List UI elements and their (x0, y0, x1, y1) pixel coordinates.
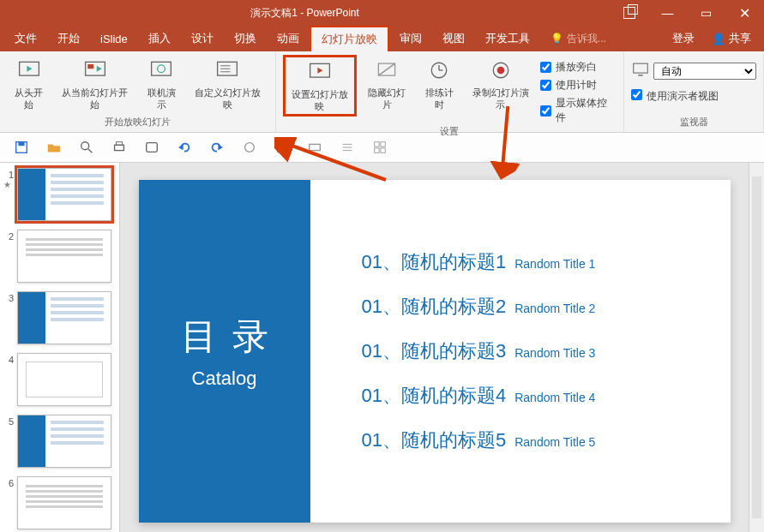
svg-marker-12 (317, 68, 322, 74)
save-button[interactable] (14, 140, 29, 155)
thumb-slide-2[interactable] (17, 230, 111, 283)
qat-btn-c[interactable] (307, 140, 322, 155)
qat-btn-b[interactable] (274, 140, 290, 155)
from-start-button[interactable]: 从头开始 (7, 55, 51, 113)
custom-show-button[interactable]: 自定义幻灯片放映 (187, 55, 268, 113)
redo-button[interactable] (209, 140, 225, 155)
thumb-slide-6[interactable] (17, 476, 111, 529)
show-media-check[interactable]: 显示媒体控件 (540, 96, 617, 125)
thumb-slide-1[interactable] (17, 168, 111, 221)
tab-slideshow[interactable]: 幻灯片放映 (310, 26, 389, 51)
current-slide[interactable]: 目录 Catalog 01、随机的标题1Random Title 1 01、随机… (139, 180, 731, 523)
rehearse-icon (425, 57, 453, 84)
slide-item-zh: 01、随机的标题4 (362, 383, 507, 409)
present-online-icon (147, 57, 175, 84)
minimize-button[interactable]: — (648, 0, 687, 26)
thumb-slide-5[interactable] (17, 415, 111, 468)
tab-design[interactable]: 设计 (181, 26, 224, 51)
animation-star-icon: ★ (3, 180, 14, 189)
use-presenter-check[interactable]: 使用演示者视图 (631, 89, 756, 104)
thumb-number: 1 (3, 168, 14, 180)
thumb-number: 5 (3, 415, 14, 427)
tab-home[interactable]: 开始 (47, 26, 90, 51)
play-narration-checkbox[interactable] (540, 62, 551, 73)
login-button[interactable]: 登录 (664, 31, 703, 46)
menu-bar: 文件 开始 iSlide 插入 设计 切换 动画 幻灯片放映 审阅 视图 开发工… (0, 26, 764, 51)
rehearse-button[interactable]: 排练计时 (417, 55, 461, 113)
touch-button[interactable] (144, 140, 159, 155)
svg-line-25 (88, 149, 93, 153)
slide-item: 01、随机的标题1Random Title 1 (362, 249, 731, 275)
slide-item: 01、随机的标题5Random Title 5 (362, 427, 731, 453)
slide-item-en: Random Title 4 (514, 391, 595, 404)
tab-animation[interactable]: 动画 (267, 26, 310, 51)
monitor-icon (631, 60, 650, 82)
svg-point-24 (81, 142, 89, 150)
tell-me-input[interactable]: 💡 告诉我... (540, 26, 617, 51)
slide-item-en: Random Title 1 (514, 257, 595, 271)
close-button[interactable]: ✕ (725, 0, 764, 26)
open-button[interactable] (46, 140, 62, 155)
undo-button[interactable] (177, 140, 192, 155)
slide-item-zh: 01、随机的标题1 (362, 249, 507, 275)
slide-title-en: Catalog (192, 368, 257, 390)
thumb-number: 2 (3, 230, 14, 242)
thumb-slide-3[interactable] (17, 291, 111, 344)
play-from-start-icon (15, 57, 43, 84)
svg-rect-33 (310, 144, 321, 150)
svg-rect-32 (278, 143, 287, 152)
share-button[interactable]: 👤 共享 (703, 31, 760, 46)
setup-show-button[interactable]: 设置幻灯片放映 (283, 55, 357, 117)
ribbon-options-icon[interactable] (610, 0, 648, 26)
thumbnail-panel[interactable]: 1 ★ 2 3 4 5 6 (0, 163, 120, 532)
from-current-button[interactable]: 从当前幻灯片开始 (54, 55, 135, 113)
share-label: 共享 (729, 31, 751, 46)
find-button[interactable] (79, 140, 94, 155)
ribbon: 从头开始 从当前幻灯片开始 联机演示 自定义幻灯片放映 开始放映幻灯片 设置幻灯… (0, 51, 764, 133)
monitor-select[interactable]: 自动 (653, 63, 756, 80)
group-setup-label: 设置 (283, 125, 617, 140)
thumb-slide-4[interactable] (17, 353, 111, 406)
vertical-scrollbar[interactable] (749, 163, 764, 532)
play-narration-check[interactable]: 播放旁白 (540, 60, 617, 75)
title-bar: 演示文稿1 - PowerPoint — ▭ ✕ (0, 0, 764, 26)
record-button[interactable]: 录制幻灯片演示 (465, 55, 537, 113)
svg-marker-4 (97, 66, 102, 72)
tab-develop[interactable]: 开发工具 (475, 26, 540, 51)
ribbon-group-setup: 设置幻灯片放映 隐藏幻灯片 排练计时 录制幻灯片演示 播放旁白 使用计时 显示媒… (276, 51, 624, 132)
tab-review[interactable]: 审阅 (389, 26, 432, 51)
use-timings-check[interactable]: 使用计时 (540, 78, 617, 93)
svg-rect-5 (152, 62, 171, 75)
ribbon-group-start: 从头开始 从当前幻灯片开始 联机演示 自定义幻灯片放映 开始放映幻灯片 (0, 51, 276, 132)
slide-item: 01、随机的标题4Random Title 4 (362, 383, 731, 409)
present-online-label: 联机演示 (142, 87, 179, 111)
svg-rect-28 (147, 143, 158, 152)
from-current-label: 从当前幻灯片开始 (57, 87, 132, 111)
slide-canvas[interactable]: 目录 Catalog 01、随机的标题1Random Title 1 01、随机… (120, 163, 749, 532)
slide-item-en: Random Title 3 (514, 346, 595, 360)
qat-btn-e[interactable] (372, 140, 388, 155)
setup-show-icon (306, 58, 334, 86)
use-timings-checkbox[interactable] (540, 80, 551, 91)
slide-item-zh: 01、随机的标题3 (362, 338, 507, 364)
qat-btn-a[interactable] (242, 140, 257, 155)
show-media-checkbox[interactable] (540, 105, 551, 117)
slide-left-panel: 目录 Catalog (139, 180, 310, 523)
hide-slide-button[interactable]: 隐藏幻灯片 (360, 55, 413, 113)
present-online-button[interactable]: 联机演示 (139, 55, 183, 113)
svg-rect-23 (18, 142, 24, 146)
thumb-number: 4 (3, 353, 14, 365)
tab-insert[interactable]: 插入 (138, 26, 181, 51)
svg-rect-37 (375, 142, 379, 146)
slide-item-en: Random Title 2 (514, 302, 595, 315)
tab-transition[interactable]: 切换 (224, 26, 267, 51)
tab-islide[interactable]: iSlide (90, 26, 138, 51)
maximize-button[interactable]: ▭ (687, 0, 725, 26)
svg-point-31 (245, 143, 255, 152)
tab-file[interactable]: 文件 (4, 26, 47, 51)
print-button[interactable] (111, 140, 127, 155)
use-presenter-label: 使用演示者视图 (647, 89, 719, 104)
qat-btn-d[interactable] (340, 140, 355, 155)
use-presenter-checkbox[interactable] (631, 89, 642, 100)
tab-view[interactable]: 视图 (432, 26, 475, 51)
